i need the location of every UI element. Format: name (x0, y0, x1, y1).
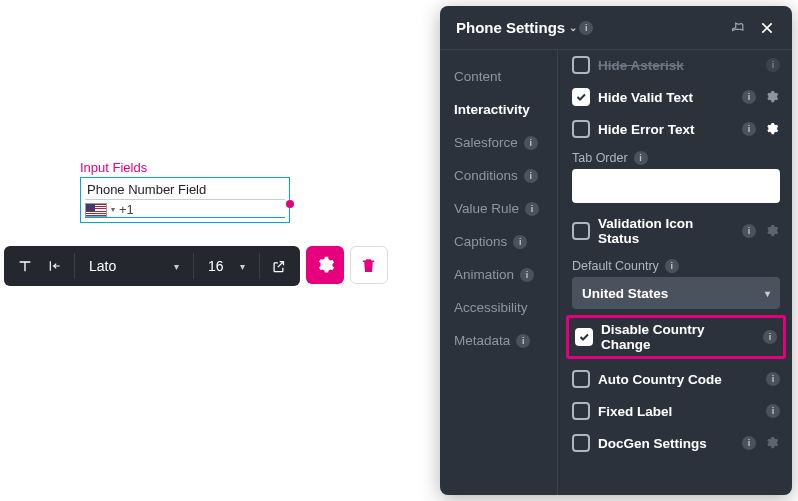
label-fixed-label: Fixed Label (598, 404, 758, 419)
info-icon[interactable]: i (524, 169, 538, 183)
gear-icon[interactable] (764, 121, 780, 137)
panel-title[interactable]: Phone Settings ⌄ (456, 19, 577, 36)
tab-animation[interactable]: Animationi (440, 258, 557, 291)
default-country-value: United States (582, 286, 668, 301)
chevron-down-icon[interactable]: ▾ (111, 205, 115, 214)
row-hide-valid-text: Hide Valid Text i (572, 81, 780, 113)
tab-value-rule[interactable]: Value Rulei (440, 192, 557, 225)
info-icon[interactable]: i (520, 268, 534, 282)
info-icon[interactable]: i (766, 58, 780, 72)
tab-conditions[interactable]: Conditionsi (440, 159, 557, 192)
label-default-country: Default Country i (572, 253, 780, 277)
editor-toolbar: Lato ▾ 16 ▾ (4, 246, 388, 286)
input-field-group: Input Fields Phone Number Field ▾ +1 (80, 160, 290, 223)
open-external-icon[interactable] (264, 251, 294, 281)
row-validation-icon-status: Validation Icon Status i (572, 209, 780, 253)
font-family-value: Lato (89, 258, 116, 274)
toolbar-separator (193, 253, 194, 279)
close-icon[interactable] (754, 15, 780, 41)
settings-button[interactable] (306, 246, 344, 284)
info-icon[interactable]: i (766, 372, 780, 386)
gear-icon[interactable] (764, 89, 780, 105)
panel-header: Phone Settings ⌄ i (440, 6, 792, 50)
label-hide-error-text: Hide Error Text (598, 122, 734, 137)
info-icon[interactable]: i (742, 90, 756, 104)
row-docgen-settings: DocGen Settings i (572, 427, 780, 459)
row-hide-asterisk: Hide Asterisk i (572, 56, 780, 81)
info-icon[interactable]: i (742, 436, 756, 450)
tab-salesforce[interactable]: Salesforcei (440, 126, 557, 159)
checkbox-auto-country-code[interactable] (572, 370, 590, 388)
settings-panel: Phone Settings ⌄ i Content Interactivity… (440, 6, 792, 495)
font-family-select[interactable]: Lato ▾ (79, 251, 189, 281)
text-tool-icon[interactable] (10, 251, 40, 281)
align-tool-icon[interactable] (40, 251, 70, 281)
phone-number-field[interactable]: Phone Number Field ▾ +1 (80, 177, 290, 223)
row-disable-country-change: Disable Country Change i (575, 322, 777, 352)
settings-tabs: Content Interactivity Salesforcei Condit… (440, 50, 558, 495)
highlight-disable-country-change: Disable Country Change i (566, 315, 786, 359)
label-hide-valid-text: Hide Valid Text (598, 90, 734, 105)
info-icon[interactable]: i (525, 202, 539, 216)
info-icon[interactable]: i (513, 235, 527, 249)
toolbar-separator (74, 253, 75, 279)
info-icon[interactable]: i (665, 259, 679, 273)
chevron-down-icon: ▾ (765, 288, 770, 299)
checkbox-hide-asterisk[interactable] (572, 56, 590, 74)
panel-title-text: Phone Settings (456, 19, 565, 36)
info-icon[interactable]: i (742, 224, 756, 238)
tab-captions[interactable]: Captionsi (440, 225, 557, 258)
tab-metadata[interactable]: Metadatai (440, 324, 557, 357)
settings-content: Hide Asterisk i Hide Valid Text i Hide E… (558, 50, 792, 495)
us-flag-icon[interactable] (85, 203, 107, 217)
tab-interactivity[interactable]: Interactivity (440, 93, 557, 126)
row-auto-country-code: Auto Country Code i (572, 363, 780, 395)
tab-content[interactable]: Content (440, 60, 557, 93)
default-country-select[interactable]: United States ▾ (572, 277, 780, 309)
chevron-down-icon: ▾ (240, 261, 245, 272)
checkbox-hide-valid-text[interactable] (572, 88, 590, 106)
font-size-select[interactable]: 16 ▾ (198, 251, 255, 281)
info-icon[interactable]: i (524, 136, 538, 150)
label-tab-order: Tab Order i (572, 145, 780, 169)
delete-button[interactable] (350, 246, 388, 284)
font-size-value: 16 (208, 258, 224, 274)
toolbar-dark-group: Lato ▾ 16 ▾ (4, 246, 300, 286)
toolbar-separator (259, 253, 260, 279)
row-hide-error-text: Hide Error Text i (572, 113, 780, 145)
phone-field-label: Phone Number Field (85, 180, 285, 199)
checkbox-hide-error-text[interactable] (572, 120, 590, 138)
chevron-down-icon: ▾ (174, 261, 179, 272)
info-icon[interactable]: i (579, 21, 593, 35)
group-label: Input Fields (80, 160, 290, 175)
gear-icon[interactable] (764, 223, 780, 239)
checkbox-validation-icon-status[interactable] (572, 222, 590, 240)
info-icon[interactable]: i (763, 330, 777, 344)
label-auto-country-code: Auto Country Code (598, 372, 758, 387)
checkbox-disable-country-change[interactable] (575, 328, 593, 346)
checkbox-fixed-label[interactable] (572, 402, 590, 420)
row-fixed-label: Fixed Label i (572, 395, 780, 427)
label-hide-asterisk: Hide Asterisk (598, 58, 758, 73)
tab-order-input[interactable] (572, 169, 780, 203)
pin-icon[interactable] (724, 15, 750, 41)
phone-input-row[interactable]: ▾ +1 (85, 199, 285, 218)
info-icon[interactable]: i (516, 334, 530, 348)
label-disable-country-change: Disable Country Change (601, 322, 755, 352)
label-validation-icon-status: Validation Icon Status (598, 216, 734, 246)
dial-prefix: +1 (119, 202, 134, 217)
gear-icon[interactable] (764, 435, 780, 451)
info-icon[interactable]: i (742, 122, 756, 136)
tab-accessibility[interactable]: Accessibility (440, 291, 557, 324)
selection-handle[interactable] (286, 200, 294, 208)
info-icon[interactable]: i (766, 404, 780, 418)
checkbox-docgen-settings[interactable] (572, 434, 590, 452)
chevron-down-icon: ⌄ (569, 22, 577, 33)
label-docgen-settings: DocGen Settings (598, 436, 734, 451)
info-icon[interactable]: i (634, 151, 648, 165)
